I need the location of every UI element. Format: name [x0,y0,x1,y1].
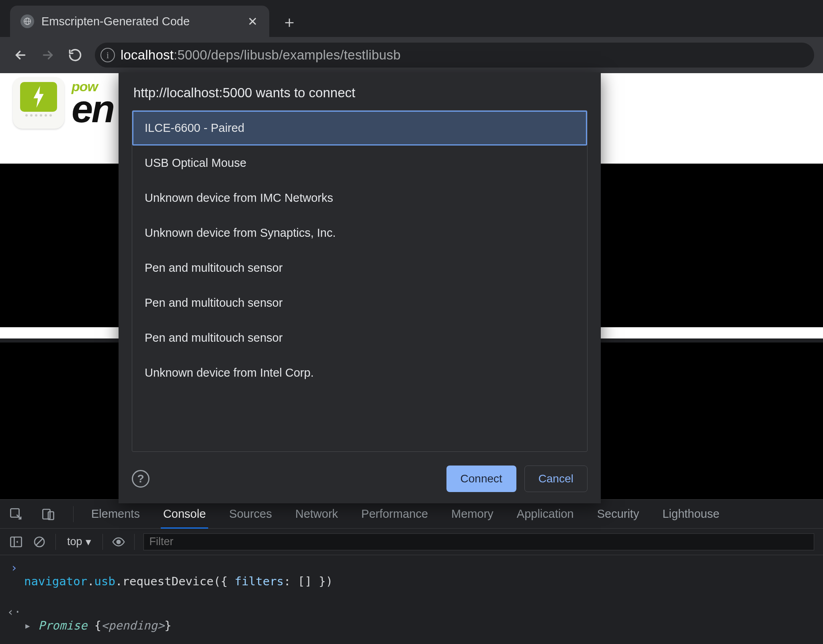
reload-button[interactable] [63,43,87,67]
inspect-icon[interactable] [9,507,23,521]
device-list: ILCE-6600 - PairedUSB Optical MouseUnkno… [132,110,588,452]
toolbar: i localhost:5000/deps/libusb/examples/te… [0,37,823,73]
connect-button[interactable]: Connect [446,466,516,492]
globe-icon [20,14,34,28]
svg-rect-4 [48,512,54,520]
site-info-icon[interactable]: i [100,48,115,62]
url-host: localhost [121,47,174,62]
device-item[interactable]: Pen and multitouch sensor [132,285,587,320]
devtools-tab[interactable]: Elements [91,500,140,528]
device-item[interactable]: Unknown device from Synaptics, Inc. [132,215,587,250]
devtools-tab[interactable]: Sources [229,500,272,528]
close-icon[interactable]: ✕ [246,15,259,28]
device-item[interactable]: USB Optical Mouse [132,146,587,180]
devtools-tab[interactable]: Console [163,500,206,528]
chevron-down-icon: ▾ [86,535,91,548]
devtools-tab[interactable]: Memory [451,500,493,528]
context-label: top [67,535,82,548]
devtools-tab[interactable]: Performance [361,500,428,528]
emscripten-logo: pow en [13,77,113,129]
devtools-tabbar: ElementsConsoleSourcesNetworkPerformance… [0,500,823,529]
tab-strip: Emscripten-Generated Code ✕ ＋ [0,0,823,37]
clear-console-icon[interactable] [32,535,47,549]
console-output: › navigator.usb.requestDevice({ filters:… [0,555,823,644]
device-item[interactable]: Pen and multitouch sensor [132,250,587,285]
execution-context-picker[interactable]: top ▾ [65,534,94,550]
lightning-icon [31,86,46,108]
console-filter-input[interactable] [143,533,814,550]
usb-device-dialog: http://localhost:5000 wants to connect I… [119,72,601,503]
console-toolbar: top ▾ [0,529,823,555]
tab-title: Emscripten-Generated Code [41,15,239,28]
devtools-tab[interactable]: Network [295,500,338,528]
dialog-title: http://localhost:5000 wants to connect [132,72,588,110]
omnibox[interactable]: i localhost:5000/deps/libusb/examples/te… [95,43,814,68]
svg-point-7 [117,540,120,544]
logo-text-em: en [72,92,113,125]
cancel-button[interactable]: Cancel [524,466,588,492]
devtools-panel: ElementsConsoleSourcesNetworkPerformance… [0,499,823,644]
console-line[interactable]: ‹· ▸ Promise {<pending>} [2,603,821,644]
url-path: :5000/deps/libusb/examples/testlibusb [174,47,401,62]
device-toggle-icon[interactable] [41,507,55,521]
help-icon[interactable]: ? [132,470,149,488]
devtools-tab[interactable]: Lighthouse [662,500,719,528]
new-tab-button[interactable]: ＋ [277,10,301,34]
browser-tab[interactable]: Emscripten-Generated Code ✕ [10,6,269,37]
forward-button[interactable] [36,43,59,67]
console-sidebar-toggle-icon[interactable] [9,535,23,549]
device-item[interactable]: Pen and multitouch sensor [132,320,587,355]
live-expression-icon[interactable] [112,535,125,549]
device-item[interactable]: ILCE-6600 - Paired [132,111,587,146]
prompt-icon: › [10,561,18,574]
emscripten-badge-icon [13,77,64,129]
console-line[interactable]: › navigator.usb.requestDevice({ filters:… [2,559,821,603]
svg-rect-3 [43,509,50,519]
device-item[interactable]: Unknown device from IMC Networks [132,180,587,215]
device-item[interactable]: Unknown device from Intel Corp. [132,355,587,390]
url-text: localhost:5000/deps/libusb/examples/test… [121,47,401,63]
back-button[interactable] [9,43,32,67]
devtools-tab[interactable]: Security [597,500,639,528]
devtools-tab[interactable]: Application [517,500,574,528]
result-icon: ‹· [10,605,18,619]
